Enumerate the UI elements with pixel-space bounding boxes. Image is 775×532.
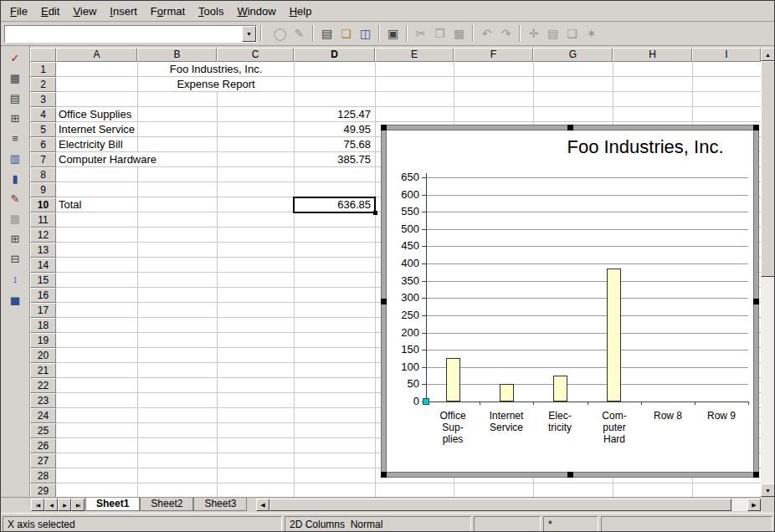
row-header-11[interactable]: 11: [30, 212, 56, 228]
paste-icon[interactable]: ▦: [449, 24, 469, 43]
stop-icon[interactable]: ◯: [270, 24, 290, 43]
row-header-7[interactable]: 7: [30, 152, 56, 167]
horizontal-scrollbar[interactable]: ◀ ▶: [256, 499, 761, 511]
next-sheet-button[interactable]: ▶: [58, 499, 71, 511]
cell-D5[interactable]: 49.95: [295, 122, 372, 136]
scroll-left-button[interactable]: ◀: [256, 499, 269, 511]
redo-icon[interactable]: ↷: [496, 24, 516, 43]
cell-D7[interactable]: 385.75: [295, 152, 372, 166]
row-header-28[interactable]: 28: [30, 468, 56, 483]
row-header-22[interactable]: 22: [30, 378, 56, 393]
sort-icon[interactable]: ↕: [5, 271, 25, 287]
row-header-6[interactable]: 6: [30, 137, 56, 152]
menu-tools[interactable]: Tools: [192, 3, 230, 19]
url-input[interactable]: [5, 26, 242, 42]
row-header-2[interactable]: 2: [30, 77, 56, 92]
row-header-20[interactable]: 20: [30, 348, 56, 363]
prev-sheet-button[interactable]: ◀: [44, 499, 58, 511]
column-header-C[interactable]: C: [217, 48, 294, 62]
chart-resize-handle-top-right[interactable]: [753, 125, 759, 130]
chart-resize-handle-bottom[interactable]: [567, 472, 573, 478]
vertical-scroll-track[interactable]: [761, 277, 774, 483]
row-header-25[interactable]: 25: [30, 423, 56, 438]
draw-icon[interactable]: ✎: [5, 191, 25, 207]
save-icon[interactable]: ◫: [356, 24, 375, 43]
horizontal-scroll-track[interactable]: [731, 499, 747, 511]
gallery-icon[interactable]: ❏: [562, 24, 582, 43]
align-icon[interactable]: ≡: [5, 130, 25, 146]
tab-sheet2[interactable]: Sheet2: [140, 498, 193, 511]
row-header-13[interactable]: 13: [30, 243, 56, 258]
vertical-scrollbar[interactable]: ▲ ▼: [761, 48, 774, 497]
row-header-27[interactable]: 27: [30, 453, 56, 468]
vertical-scroll-thumb[interactable]: [761, 61, 774, 277]
undo-icon[interactable]: ↶: [477, 24, 496, 43]
chart-bar-2[interactable]: [553, 376, 567, 402]
row-header-12[interactable]: 12: [30, 228, 56, 243]
row-header-16[interactable]: 16: [30, 288, 56, 303]
hyperlink-icon[interactable]: ✶: [582, 24, 601, 43]
chart-resize-handle-bottom-left[interactable]: [381, 472, 387, 478]
chart-bar-3[interactable]: [607, 269, 621, 402]
row-header-8[interactable]: 8: [30, 167, 56, 182]
scroll-right-button[interactable]: ▶: [747, 499, 761, 511]
new-doc-icon[interactable]: ▤: [317, 24, 336, 43]
insert-cells-icon[interactable]: ⊞: [5, 110, 25, 126]
row-header-23[interactable]: 23: [30, 393, 56, 408]
cell-B1[interactable]: Foo Industries, Inc.: [138, 62, 294, 76]
column-chart-icon[interactable]: ▅: [5, 291, 25, 307]
edit-file-icon[interactable]: ✎: [290, 24, 309, 43]
column-header-H[interactable]: H: [613, 48, 692, 62]
insert-object-icon[interactable]: ▦: [5, 70, 25, 86]
column-header-F[interactable]: F: [454, 48, 533, 62]
fill-handle[interactable]: [373, 211, 377, 215]
select-all-corner[interactable]: [30, 48, 56, 62]
row-header-5[interactable]: 5: [30, 122, 56, 137]
embedded-chart[interactable]: Foo Industries, Inc. 0501001502002503003…: [382, 125, 758, 477]
row-header-9[interactable]: 9: [30, 182, 56, 197]
column-header-B[interactable]: B: [137, 48, 217, 62]
url-dropdown-button[interactable]: ▼: [242, 26, 256, 42]
row-header-17[interactable]: 17: [30, 303, 56, 318]
menu-file[interactable]: File: [3, 3, 34, 19]
chart-icon[interactable]: ▥: [5, 151, 25, 166]
x-axis-selection-handle[interactable]: [423, 398, 429, 405]
row-header-4[interactable]: 4: [30, 107, 56, 122]
row-header-15[interactable]: 15: [30, 273, 56, 288]
cell-D4[interactable]: 125.47: [295, 107, 372, 121]
cell-A4[interactable]: Office Supplies: [57, 107, 133, 121]
chart-resize-handle-right[interactable]: [753, 299, 759, 304]
column-header-E[interactable]: E: [375, 48, 454, 62]
row-header-26[interactable]: 26: [30, 438, 56, 453]
open-icon[interactable]: ❏: [336, 24, 356, 43]
menu-help[interactable]: Help: [283, 3, 319, 19]
print-icon[interactable]: ▣: [383, 24, 403, 43]
horizontal-scroll-thumb[interactable]: [269, 499, 731, 511]
menu-view[interactable]: View: [66, 3, 103, 19]
chart-bar-0[interactable]: [446, 358, 460, 402]
menu-insert[interactable]: Insert: [103, 3, 144, 19]
autoformat-icon[interactable]: ▤: [5, 90, 25, 106]
first-sheet-button[interactable]: |◀: [31, 499, 44, 511]
scroll-down-button[interactable]: ▼: [761, 483, 774, 497]
form-controls-icon[interactable]: ▦: [5, 211, 25, 227]
last-sheet-button[interactable]: ▶|: [71, 499, 85, 511]
cell-A5[interactable]: Internet Service: [57, 122, 136, 136]
insert-columns-icon[interactable]: ▮: [5, 171, 25, 187]
column-header-I[interactable]: I: [692, 48, 761, 62]
row-header-24[interactable]: 24: [30, 408, 56, 423]
menu-window[interactable]: Window: [230, 3, 282, 19]
row-header-3[interactable]: 3: [30, 92, 56, 107]
column-header-G[interactable]: G: [533, 48, 613, 62]
row-header-18[interactable]: 18: [30, 318, 56, 333]
menu-edit[interactable]: Edit: [34, 3, 66, 19]
menu-format[interactable]: Format: [144, 3, 192, 19]
column-header-A[interactable]: A: [56, 48, 137, 62]
chart-bar-1[interactable]: [500, 384, 514, 402]
chart-y-axis[interactable]: [426, 173, 427, 402]
cell-A10[interactable]: Total: [57, 197, 83, 212]
copy-icon[interactable]: ❐: [430, 24, 449, 43]
row-header-21[interactable]: 21: [30, 363, 56, 378]
scroll-up-button[interactable]: ▲: [761, 48, 774, 61]
column-header-D[interactable]: D: [294, 48, 375, 62]
